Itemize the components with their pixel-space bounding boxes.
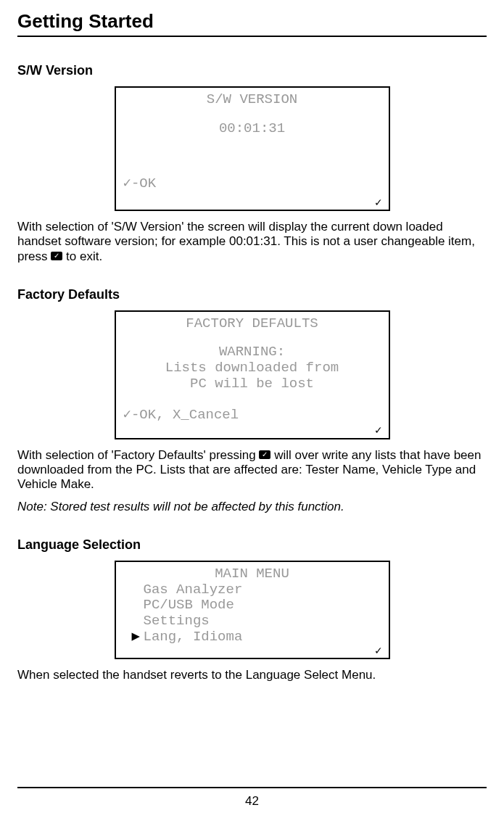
menu-item: Settings [123,614,381,629]
lcd-screenshot-factory-defaults: FACTORY DEFAULTS WARNING: Lists download… [115,310,390,439]
section-heading-factory-defaults: Factory Defaults [17,287,487,303]
lcd-title: FACTORY DEFAULTS [123,316,381,332]
body-text-lang: When selected the handset reverts to the… [17,668,487,682]
lcd-screenshot-language: MAIN MENU Gas Analyzer PC/USB Mode Setti… [115,561,390,659]
page-title: Getting Started [17,10,487,37]
lcd-prompt: ✓-OK [123,176,157,192]
menu-item-selected: ▶Lang, Idioma [123,629,381,645]
check-icon: ✓ [374,197,383,208]
menu-item: Gas Analyzer [123,582,381,598]
note-text-fd: Note: Stored test results will not be af… [17,500,487,514]
check-button-icon: ✓ [51,252,62,260]
page-number: 42 [245,794,259,808]
check-icon: ✓ [374,424,383,436]
check-icon: ✓ [374,645,383,656]
lcd-prompt: ✓-OK, X_Cancel [123,408,239,424]
lcd-value: 00:01:31 [123,121,381,137]
check-button-icon: ✓ [259,450,270,459]
section-heading-sw-version: S/W Version [17,63,487,79]
section-heading-language: Language Selection [17,537,487,553]
lcd-title: S/W VERSION [123,92,381,108]
page-footer: 42 [17,787,487,809]
lcd-warning-line2: PC will be lost [123,376,381,392]
body-text-fd: With selection of 'Factory Defaults' pre… [17,448,487,492]
lcd-warning-label: WARNING: [123,344,381,360]
lcd-title: MAIN MENU [123,566,381,582]
pointer-icon: ▶ [132,629,140,645]
lcd-warning-line1: Lists downloaded from [123,360,381,376]
menu-item: PC/USB Mode [123,598,381,614]
lcd-screenshot-sw-version: S/W VERSION 00:01:31 ✓-OK ✓ [115,86,390,211]
body-text-sw: With selection of 'S/W Version' the scre… [17,220,487,264]
